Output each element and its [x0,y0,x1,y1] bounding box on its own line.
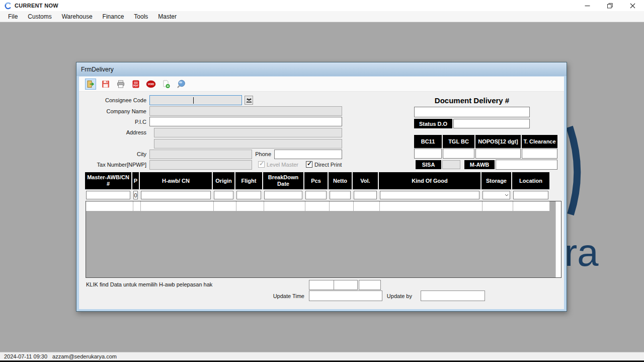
restore-button[interactable] [599,0,621,11]
phone-label: Phone [250,151,271,157]
tax-number-input[interactable] [149,160,252,170]
status-do-label: Status D.O [414,119,452,128]
export-button[interactable] [160,79,172,90]
col-header-pcs[interactable]: Pcs [304,172,329,189]
consignee-code-input[interactable] [149,95,242,105]
master-awb-input[interactable] [86,191,130,199]
pdf-button[interactable]: PDF [130,79,141,90]
update-by-label: Update by [384,293,412,299]
col-header-master-awb[interactable]: Master-AWB/CN # [85,172,132,189]
frm-delivery-body: PDF VOID [79,77,564,309]
pcs-input[interactable] [305,191,327,199]
level-master-checkbox[interactable]: ✓ Level Master [258,161,298,168]
menu-customs[interactable]: Customs [23,12,56,22]
data-grid[interactable] [86,201,561,278]
menu-master[interactable]: Master [153,12,182,22]
city-input[interactable] [149,150,252,159]
vol-input[interactable] [354,191,377,199]
print-icon [116,80,125,89]
svg-text:VOID: VOID [148,83,154,86]
tglbc-input[interactable] [443,149,474,159]
grid-header-row: Master-AWB/CN # P H-awb/ CN Origin Fligh… [85,172,549,189]
status-do-input[interactable] [453,119,530,128]
exit-icon [86,80,95,89]
save-button[interactable] [100,79,111,90]
col-header-breakdown-date[interactable]: BreakDown Date [263,172,304,189]
col-header-kind-of-good[interactable]: Kind Of Good [379,172,481,189]
bc11-input[interactable] [414,149,442,159]
breakdown-date-input[interactable] [264,191,302,199]
menubar: File Customs Warehouse Finance Tools Mas… [0,11,644,22]
col-header-origin[interactable]: Origin [213,172,235,189]
tclearance-input[interactable] [522,149,557,159]
col-header-vol[interactable]: Vol. [353,172,379,189]
col-header-flight[interactable]: Flight [235,172,263,189]
svg-text:PDF: PDF [133,84,138,87]
pic-input[interactable] [149,117,342,126]
kind-of-good-input[interactable] [380,191,479,199]
address-input-2[interactable] [154,139,342,149]
chevron-down-icon [505,194,509,196]
netto-input[interactable] [330,191,351,199]
document-delivery-number-input[interactable] [414,107,530,117]
grid-scrollbar[interactable] [555,201,561,277]
print-button[interactable] [115,79,126,90]
address-label: Address [86,129,146,135]
search-icon [177,80,186,89]
search-button[interactable] [176,79,187,90]
mawb-input[interactable] [496,160,557,170]
address-input-1[interactable] [154,128,342,137]
tglbc-header: TGL BC [443,135,474,148]
col-header-netto[interactable]: Netto [329,172,353,189]
location-input[interactable] [513,191,548,199]
pic-label: P.I.C [86,119,146,125]
frm-delivery-titlebar[interactable]: FrmDelivery [76,62,567,76]
menu-warehouse[interactable]: Warehouse [57,12,98,22]
menu-finance[interactable]: Finance [98,12,129,22]
document-delivery-title: Document Delivery # [414,96,530,105]
grid-input-row: 0 [85,190,549,200]
statusbar: 2024-07-11 09:30 azzam@sederukarya.com [0,352,644,360]
menu-file[interactable]: File [3,12,23,22]
col-header-storage[interactable]: Storage [481,172,512,189]
col-header-p[interactable]: P [132,172,140,189]
summary-cell-single [359,280,381,290]
titlebar: CURRENT NOW [0,0,644,11]
company-name-input[interactable] [149,106,342,116]
sisa-value [442,160,460,169]
find-consignee-button[interactable] [245,96,253,105]
summary-cells [309,280,358,290]
storage-select[interactable] [482,191,510,199]
status-datetime: 2024-07-11 09:30 [4,353,47,359]
tclearance-header: T. Clearance [522,135,557,148]
col-header-hawb[interactable]: H-awb/ CN [140,172,213,189]
sisa-label: SISA [416,160,441,169]
void-button[interactable]: VOID [145,79,156,90]
app-logo-icon [4,2,12,10]
menu-tools[interactable]: Tools [129,12,153,22]
direct-print-checkbox[interactable]: ✓ Direct Print [306,161,342,168]
close-button[interactable] [621,0,644,11]
grid-empty-row[interactable] [86,201,550,211]
save-icon [101,80,110,89]
flight-input[interactable] [236,191,261,199]
find-data-hint: KLIK find Data untuk memilih H-awb pelep… [86,281,212,287]
phone-input[interactable] [274,150,342,159]
update-time-label: Update Time [245,293,304,299]
export-icon [162,80,171,89]
nopos-input[interactable] [475,149,521,159]
mawb-label: M-AWB [464,160,495,169]
minimize-button[interactable] [576,0,599,11]
app-title: CURRENT NOW [15,3,58,9]
direct-print-label: Direct Print [314,162,342,168]
col-header-location[interactable]: Location [512,172,549,189]
nopos-header: NOPOS[12 dgt] [475,135,521,148]
hawb-input[interactable] [141,191,211,199]
origin-input[interactable] [214,191,233,199]
app-window: CURRENT NOW File Customs Warehouse Finan… [0,0,644,362]
update-time-value [309,291,382,301]
p-count: 0 [133,191,138,199]
exit-button[interactable] [85,79,96,90]
void-icon: VOID [146,80,156,89]
frm-delivery-window: FrmDelivery [76,62,567,312]
